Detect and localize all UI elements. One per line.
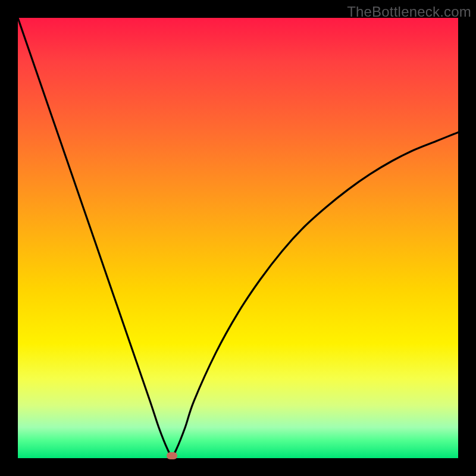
- watermark-text: TheBottleneck.com: [347, 4, 471, 20]
- bottleneck-curve: [18, 18, 458, 456]
- plot-area: [18, 18, 458, 458]
- chart-frame: TheBottleneck.com: [0, 0, 476, 476]
- curve-svg: [18, 18, 458, 458]
- optimal-point-marker: [167, 452, 177, 459]
